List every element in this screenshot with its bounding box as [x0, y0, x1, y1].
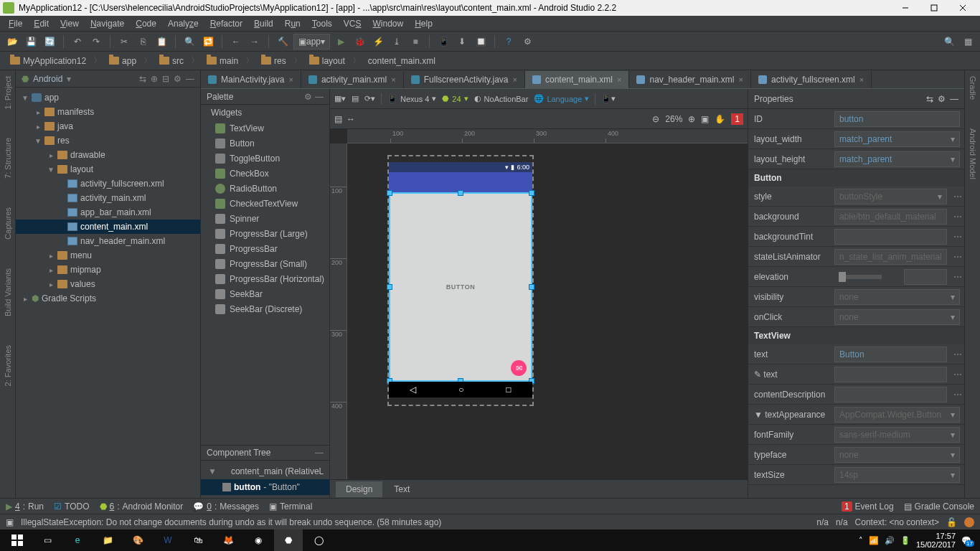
- rail-structure[interactable]: 7: Structure: [4, 138, 12, 179]
- prop-elevation-slider[interactable]: [834, 269, 900, 285]
- more-icon[interactable]: ⋯: [951, 232, 964, 242]
- pan-icon[interactable]: ✋: [715, 114, 725, 124]
- tool-todo[interactable]: ☑TODO: [54, 501, 89, 512]
- find-icon[interactable]: 🔍: [182, 34, 197, 50]
- editor-tab[interactable]: MainActivity.java×: [201, 71, 301, 88]
- tree-file-selected[interactable]: content_main.xml: [16, 220, 200, 234]
- design-canvas[interactable]: 100 200 300 400 100 200 300 400: [330, 129, 748, 479]
- rail-android-model[interactable]: Android Model: [969, 128, 977, 179]
- wifi-icon[interactable]: 📶: [869, 536, 879, 545]
- menu-tools[interactable]: Tools: [306, 19, 338, 29]
- editor-tab[interactable]: activity_main.xml×: [301, 71, 404, 88]
- attach-debugger-icon[interactable]: ⤓: [389, 34, 405, 50]
- palette-hide-icon[interactable]: —: [315, 92, 324, 102]
- prop-fontfamily[interactable]: sans-serif-medium: [834, 427, 960, 443]
- layout-inspector-icon[interactable]: 🔲: [473, 34, 489, 50]
- props-expand-icon[interactable]: ⇆: [926, 94, 933, 104]
- save-icon[interactable]: 💾: [23, 34, 39, 50]
- breadcrumb[interactable]: res: [257, 56, 291, 66]
- menu-build[interactable]: Build: [248, 19, 279, 29]
- widget-progressbar[interactable]: ProgressBar: [201, 241, 329, 256]
- prop-contentdescription[interactable]: [834, 387, 947, 402]
- run-config-selector[interactable]: ▣ app ▾: [293, 34, 330, 50]
- tree-node-res[interactable]: ▼res: [16, 133, 200, 148]
- more-icon[interactable]: ⋯: [951, 369, 964, 380]
- blueprint-icon[interactable]: ▤: [352, 94, 359, 103]
- tree-node-gradle[interactable]: ▸⬢Gradle Scripts: [16, 291, 200, 306]
- status-encoding[interactable]: n/a: [816, 517, 829, 527]
- flatten-icon[interactable]: ⇆: [139, 74, 146, 84]
- widget-button[interactable]: Button: [201, 136, 329, 151]
- paint-icon[interactable]: 🎨: [123, 529, 152, 551]
- prop-id-value[interactable]: button: [834, 111, 960, 127]
- status-icon[interactable]: ▣: [6, 517, 14, 527]
- tree-file[interactable]: nav_header_main.xml: [16, 234, 200, 248]
- store-icon[interactable]: 🛍: [184, 529, 212, 551]
- tool-messages[interactable]: 💬0: Messages: [193, 501, 259, 512]
- more-icon[interactable]: ⋯: [951, 349, 964, 359]
- close-icon[interactable]: ×: [617, 75, 621, 84]
- properties-list[interactable]: IDbutton layout_widthmatch_parent layout…: [748, 109, 964, 498]
- design-mode-icon[interactable]: ▦▾: [334, 94, 346, 103]
- rail-build-variants[interactable]: Build Variants: [4, 268, 12, 316]
- status-context[interactable]: Context: <no context>: [855, 517, 939, 527]
- breadcrumb[interactable]: main: [202, 56, 242, 66]
- tree-node-values[interactable]: ▸values: [16, 277, 200, 291]
- widget-textview[interactable]: TextView: [201, 121, 329, 136]
- widget-progressbar-small[interactable]: ProgressBar (Small): [201, 256, 329, 271]
- menu-file[interactable]: File: [3, 19, 28, 29]
- prop-textsize[interactable]: 14sp: [834, 467, 960, 483]
- make-icon[interactable]: 🔨: [275, 34, 291, 50]
- undo-icon[interactable]: ↶: [70, 34, 85, 50]
- api-selector[interactable]: ⬣24▾: [442, 94, 468, 103]
- palette-toggle-icon[interactable]: ▤: [334, 114, 342, 124]
- tree-file[interactable]: app_bar_main.xml: [16, 205, 200, 220]
- lock-icon[interactable]: 🔓: [946, 517, 957, 527]
- minimize-button[interactable]: [891, 0, 920, 16]
- back-icon[interactable]: ←: [228, 34, 244, 50]
- menu-vcs[interactable]: VCS: [338, 19, 367, 29]
- editor-tab[interactable]: FullscreenActivity.java×: [404, 71, 525, 88]
- edge-icon[interactable]: e: [63, 529, 92, 551]
- widget-seekbar-discrete[interactable]: SeekBar (Discrete): [201, 301, 329, 316]
- menu-help[interactable]: Help: [409, 19, 438, 29]
- widget-radiobutton[interactable]: RadioButton: [201, 181, 329, 196]
- zoom-in-icon[interactable]: ⊕: [688, 114, 695, 124]
- tree-node-drawable[interactable]: ▸drawable: [16, 148, 200, 162]
- close-icon[interactable]: ×: [391, 75, 395, 84]
- apply-changes-icon[interactable]: ⚡: [370, 34, 386, 50]
- palette-settings-icon[interactable]: ⚙: [304, 92, 312, 102]
- debug-icon[interactable]: 🐞: [352, 34, 367, 50]
- prop-layout-width-value[interactable]: match_parent: [834, 131, 960, 147]
- widget-togglebutton[interactable]: ToggleButton: [201, 151, 329, 166]
- widget-seekbar[interactable]: SeekBar: [201, 286, 329, 301]
- breadcrumb[interactable]: layout: [305, 56, 349, 66]
- zoom-out-icon[interactable]: ⊖: [652, 114, 659, 124]
- prop-textappearance[interactable]: AppCompat.Widget.Button: [834, 407, 960, 423]
- cut-icon[interactable]: ✂: [116, 34, 132, 50]
- menu-navigate[interactable]: Navigate: [85, 19, 130, 29]
- close-icon[interactable]: ×: [859, 75, 864, 84]
- paste-icon[interactable]: 📋: [154, 34, 169, 50]
- word-icon[interactable]: W: [154, 529, 182, 551]
- tool-gradle-console[interactable]: ▤Gradle Console: [904, 501, 974, 512]
- tool-android-monitor[interactable]: ⬣6: Android Monitor: [100, 501, 184, 512]
- breadcrumb[interactable]: src: [155, 56, 188, 66]
- prop-statelistanimator[interactable]: n_state_list_anim_material: [834, 249, 947, 265]
- tree-node-layout[interactable]: ▼layout: [16, 162, 200, 176]
- tree-node-mipmap[interactable]: ▸mipmap: [16, 263, 200, 277]
- run-icon[interactable]: ▶: [333, 34, 349, 50]
- widget-spinner[interactable]: Spinner: [201, 211, 329, 226]
- preview-button[interactable]: BUTTON: [389, 192, 532, 382]
- rail-favorites[interactable]: 2: Favorites: [4, 345, 12, 386]
- close-icon[interactable]: ×: [288, 75, 293, 84]
- error-badge[interactable]: 1: [731, 113, 743, 125]
- prop-onclick[interactable]: none: [834, 309, 960, 325]
- pan-toggle-icon[interactable]: ↔: [347, 114, 355, 124]
- forward-icon[interactable]: →: [247, 34, 263, 50]
- widget-checkbox[interactable]: CheckBox: [201, 166, 329, 181]
- tree-file[interactable]: activity_fullscreen.xml: [16, 176, 200, 191]
- project-view-selector[interactable]: Android: [33, 74, 62, 84]
- stop-icon[interactable]: ■: [407, 34, 423, 50]
- android-studio-taskbar-icon[interactable]: ⬣: [274, 529, 303, 551]
